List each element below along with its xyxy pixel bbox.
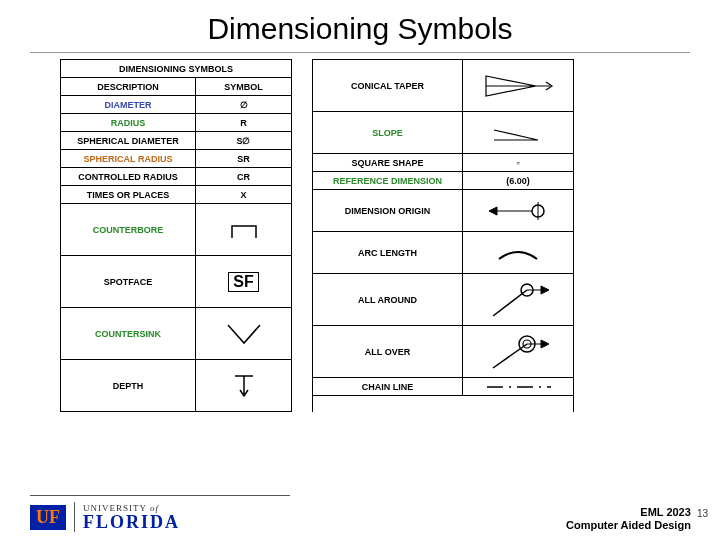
table-row: ALL OVER <box>313 326 573 378</box>
table-left: DIMENSIONING SYMBOLS DESCRIPTION SYMBOL … <box>60 59 292 412</box>
cell-description: DEPTH <box>61 360 196 411</box>
cell-symbol: SR <box>196 150 291 167</box>
cell-symbol <box>463 190 573 231</box>
table-row: SLOPE <box>313 112 573 154</box>
cell-symbol: ∅ <box>196 96 291 113</box>
table-row: COUNTERBORE <box>61 204 291 256</box>
cell-symbol <box>463 232 573 273</box>
cell-symbol <box>196 204 291 255</box>
table-row: CONICAL TAPER <box>313 60 573 112</box>
cell-description: SPHERICAL RADIUS <box>61 150 196 167</box>
cell-description: ALL OVER <box>313 326 463 377</box>
table-row: DIMENSION ORIGIN <box>313 190 573 232</box>
cell-symbol: R <box>196 114 291 131</box>
uf-university: UNIVERSITY <box>83 503 147 513</box>
page-number: 13 <box>697 508 708 519</box>
cell-description: SQUARE SHAPE <box>313 154 463 171</box>
arc-icon <box>493 243 543 263</box>
cell-description: CONICAL TAPER <box>313 60 463 111</box>
table-row: CHAIN LINE <box>313 378 573 396</box>
cell-symbol <box>463 112 573 153</box>
table-header: DIMENSIONING SYMBOLS <box>61 60 291 78</box>
countersink-icon <box>222 319 266 349</box>
logo-separator <box>74 502 75 532</box>
course-name: Computer Aided Design <box>566 519 691 532</box>
cell-description: REFERENCE DIMENSION <box>313 172 463 189</box>
counterbore-icon <box>224 216 264 244</box>
slope-icon <box>488 118 548 148</box>
cell-symbol <box>196 308 291 359</box>
cell-symbol: X <box>196 186 291 203</box>
table-row: COUNTERSINK <box>61 308 291 360</box>
cell-symbol: SF <box>196 256 291 307</box>
table-row: SQUARE SHAPE▫ <box>313 154 573 172</box>
cell-symbol: (6.00) <box>463 172 573 189</box>
cell-symbol <box>463 378 573 395</box>
cell-description: DIAMETER <box>61 96 196 113</box>
table-row: ARC LENGTH <box>313 232 573 274</box>
cell-description: RADIUS <box>61 114 196 131</box>
cell-symbol <box>196 360 291 411</box>
header-symbol: SYMBOL <box>196 78 291 95</box>
cell-description: SPOTFACE <box>61 256 196 307</box>
depth-icon <box>229 370 259 402</box>
cell-description: TIMES OR PLACES <box>61 186 196 203</box>
cell-symbol: ▫ <box>463 154 573 171</box>
chain-icon <box>483 381 553 393</box>
cell-symbol <box>463 326 573 377</box>
table-row: DIAMETER∅ <box>61 96 291 114</box>
table-row: TIMES OR PLACESX <box>61 186 291 204</box>
uf-text: UNIVERSITY of FLORIDA <box>83 504 180 531</box>
origin-icon <box>483 196 553 226</box>
cell-description: DIMENSION ORIGIN <box>313 190 463 231</box>
table-title: DIMENSIONING SYMBOLS <box>61 60 291 77</box>
cell-description: ALL AROUND <box>313 274 463 325</box>
cell-symbol: S∅ <box>196 132 291 149</box>
table-row: SPHERICAL RADIUSSR <box>61 150 291 168</box>
page-title: Dimensioning Symbols <box>0 0 720 52</box>
uf-florida: FLORIDA <box>83 513 180 531</box>
course-code: EML 2023 <box>566 506 691 519</box>
cell-description: SLOPE <box>313 112 463 153</box>
cell-description: CHAIN LINE <box>313 378 463 395</box>
conical-icon <box>478 66 558 106</box>
tables-container: DIMENSIONING SYMBOLS DESCRIPTION SYMBOL … <box>0 53 720 412</box>
cell-description: SPHERICAL DIAMETER <box>61 132 196 149</box>
cell-description: ARC LENGTH <box>313 232 463 273</box>
spotface-icon: SF <box>228 272 258 292</box>
cell-description: CONTROLLED RADIUS <box>61 168 196 185</box>
uf-mark: UF <box>30 505 66 530</box>
cell-description: COUNTERBORE <box>61 204 196 255</box>
table-row: CONTROLLED RADIUSCR <box>61 168 291 186</box>
header-description: DESCRIPTION <box>61 78 196 95</box>
table-row: DEPTH <box>61 360 291 412</box>
uf-of: of <box>150 503 159 513</box>
table-row: REFERENCE DIMENSION(6.00) <box>313 172 573 190</box>
uf-logo: UF UNIVERSITY of FLORIDA <box>30 495 290 532</box>
cell-symbol <box>463 274 573 325</box>
allover-icon <box>483 330 553 374</box>
footer: UF UNIVERSITY of FLORIDA EML 2023 Comput… <box>0 495 720 532</box>
table-row: ALL AROUND <box>313 274 573 326</box>
table-row: RADIUSR <box>61 114 291 132</box>
cell-symbol: CR <box>196 168 291 185</box>
allaround-icon <box>483 278 553 322</box>
course-text: EML 2023 Computer Aided Design <box>566 506 697 532</box>
table-row: SPOTFACESF <box>61 256 291 308</box>
cell-symbol <box>463 60 573 111</box>
table-header-row: DESCRIPTION SYMBOL <box>61 78 291 96</box>
table-row: SPHERICAL DIAMETERS∅ <box>61 132 291 150</box>
table-right: CONICAL TAPERSLOPESQUARE SHAPE▫REFERENCE… <box>312 59 574 412</box>
cell-description: COUNTERSINK <box>61 308 196 359</box>
